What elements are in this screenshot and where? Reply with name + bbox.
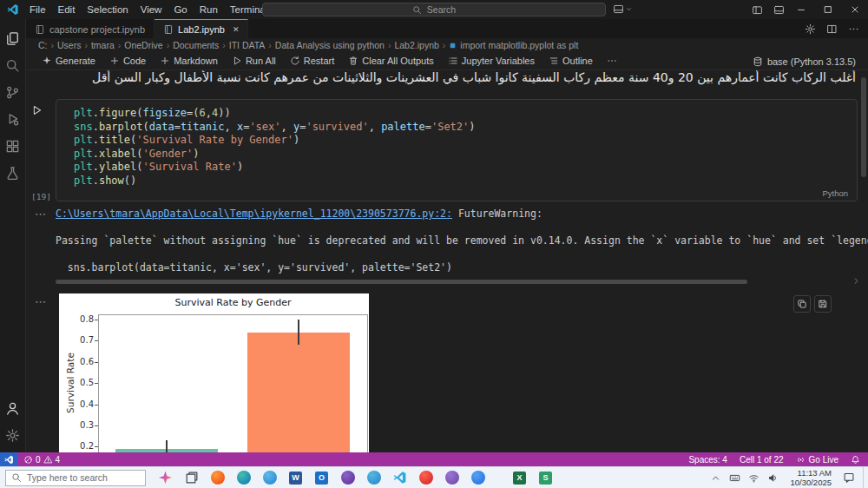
- wifi-icon[interactable]: [748, 472, 760, 484]
- toolbar-restart[interactable]: Restart: [283, 52, 341, 69]
- extensions-icon[interactable]: [0, 133, 26, 160]
- breadcrumb-item[interactable]: OneDrive: [124, 40, 162, 50]
- copilot-taskbar-button[interactable]: [158, 471, 173, 485]
- settings-icon[interactable]: [0, 422, 26, 449]
- cell-output-more-actions[interactable]: ⋯: [35, 208, 47, 221]
- kernel-label: base (Python 3.13.5): [767, 56, 856, 67]
- toolbar-jupyter-variables[interactable]: Jupyter Variables: [441, 52, 542, 69]
- minimize-button[interactable]: [787, 0, 814, 19]
- toolbar-more[interactable]: [600, 52, 624, 69]
- skype-taskbar-button[interactable]: [262, 471, 277, 485]
- scroll-right-icon[interactable]: [852, 276, 861, 286]
- menu-selection[interactable]: Selection: [81, 4, 134, 15]
- outlook-taskbar-button[interactable]: O: [314, 471, 329, 485]
- telegram-taskbar-button[interactable]: [366, 471, 381, 485]
- hidden-icons-icon[interactable]: [710, 472, 721, 484]
- menu-view[interactable]: View: [135, 4, 168, 15]
- restart-icon: [290, 56, 300, 66]
- close-button[interactable]: [841, 0, 868, 19]
- notebook-icon: [35, 24, 45, 35]
- menu-run[interactable]: Run: [194, 4, 224, 15]
- menu-edit[interactable]: Edit: [52, 4, 82, 15]
- source-control-icon[interactable]: [0, 79, 26, 106]
- tab-lab2-ipynb[interactable]: Lab2.ipynb✕: [155, 19, 248, 38]
- explorer-icon[interactable]: [0, 25, 26, 52]
- maximize-button[interactable]: [814, 0, 841, 19]
- viber-taskbar-button[interactable]: [444, 471, 459, 485]
- close-tab-icon[interactable]: ✕: [233, 25, 240, 34]
- action-center-icon[interactable]: [843, 472, 855, 484]
- menu-go[interactable]: Go: [168, 4, 193, 15]
- sharepoint-taskbar-button[interactable]: S: [538, 471, 553, 485]
- editor-vertical-scrollbar[interactable]: [861, 77, 866, 177]
- kernel-picker[interactable]: base (Python 3.13.5): [753, 52, 856, 70]
- visual-studio-taskbar-button[interactable]: [340, 471, 355, 485]
- go-live-button[interactable]: Go Live: [796, 455, 838, 465]
- more-icon: [607, 56, 617, 66]
- tab-capstone-project-ipynb[interactable]: capstone project.ipynb: [26, 19, 155, 38]
- taskbar-clock[interactable]: 11:13 AM 10/30/2025: [786, 468, 835, 487]
- y-tick-mark: [95, 320, 98, 320]
- indentation-indicator[interactable]: Spaces: 4: [688, 455, 727, 465]
- messenger-taskbar-button[interactable]: [470, 471, 485, 485]
- breadcrumb-item[interactable]: C:: [38, 40, 48, 50]
- remote-indicator[interactable]: [0, 452, 17, 466]
- chart-output-more-actions[interactable]: ⋯: [35, 295, 47, 308]
- account-icon[interactable]: [0, 395, 26, 422]
- settings-gear-icon[interactable]: [805, 23, 816, 35]
- edge-taskbar-button[interactable]: [236, 471, 251, 485]
- run-cell-button[interactable]: [30, 104, 43, 116]
- word-taskbar-button[interactable]: W: [288, 471, 303, 485]
- code-cell[interactable]: plt.figure(figsize=(6,4))sns.barplot(dat…: [56, 99, 858, 201]
- toggle-sidebar-icon[interactable]: [752, 4, 763, 16]
- split-editor-icon[interactable]: [826, 23, 838, 35]
- tabs: capstone project.ipynbLab2.ipynb✕: [26, 19, 248, 38]
- toolbar-label: Outline: [562, 56, 593, 66]
- command-center-search[interactable]: Search: [262, 3, 606, 16]
- play-icon: [232, 56, 242, 66]
- search-icon[interactable]: [0, 52, 26, 79]
- opera-taskbar-button[interactable]: [418, 471, 433, 485]
- show-desktop-button[interactable]: [863, 467, 866, 488]
- task-view-taskbar-button[interactable]: [184, 471, 199, 485]
- run-debug-icon[interactable]: [0, 106, 26, 133]
- breadcrumb-item[interactable]: Documents: [173, 40, 219, 50]
- firefox-taskbar-button[interactable]: [210, 471, 225, 485]
- taskbar-search[interactable]: Type here to search: [5, 470, 146, 486]
- notebook-icon: [163, 24, 174, 35]
- copy-output-button[interactable]: [793, 295, 811, 313]
- code-editor[interactable]: plt.figure(figsize=(6,4))sns.barplot(dat…: [74, 107, 476, 188]
- warning-count: 4: [56, 455, 61, 465]
- notebook-editor: أغلب الركاب كانت أعمارهم بين 20 و40 سنة …: [26, 70, 868, 452]
- cell-indicator[interactable]: Cell 1 of 22: [740, 455, 784, 465]
- messenger-icon: [471, 471, 485, 485]
- vscode-taskbar-button[interactable]: [392, 471, 407, 485]
- speaker-icon[interactable]: [767, 472, 779, 484]
- output-horizontal-scrollbar[interactable]: [56, 280, 747, 284]
- toolbar-outline[interactable]: Outline: [542, 52, 600, 69]
- trash-icon: [348, 56, 358, 66]
- y-tick-label: 0.2: [71, 441, 94, 451]
- keyboard-icon[interactable]: [729, 472, 740, 484]
- toolbar-markdown[interactable]: Markdown: [153, 52, 225, 69]
- problems-indicator[interactable]: 0 4: [17, 455, 60, 465]
- breadcrumb-item[interactable]: tmara: [91, 40, 115, 50]
- toolbar-generate[interactable]: Generate: [35, 52, 102, 69]
- excel-taskbar-button[interactable]: X: [512, 471, 527, 485]
- save-output-button[interactable]: [814, 295, 832, 313]
- menu-file[interactable]: File: [23, 4, 52, 15]
- breadcrumb-item[interactable]: Lab2.ipynb: [394, 40, 438, 50]
- toolbar-clear-all-outputs[interactable]: Clear All Outputs: [341, 52, 441, 69]
- toggle-panel-icon[interactable]: [773, 4, 785, 16]
- testing-icon[interactable]: [0, 160, 26, 187]
- traceback-link[interactable]: C:\Users\tmara\AppData\Local\Temp\ipyker…: [56, 208, 452, 220]
- notifications-bell-icon[interactable]: [851, 455, 860, 465]
- breadcrumb-item[interactable]: Data Analysis using python: [275, 40, 385, 50]
- breadcrumb-item[interactable]: ITI DATA: [229, 40, 266, 50]
- toolbar-run-all[interactable]: Run All: [225, 52, 283, 69]
- customize-layout-button[interactable]: [613, 3, 633, 15]
- breadcrumb-symbol[interactable]: import matplotlib.pyplot as plt: [449, 40, 578, 50]
- toolbar-code[interactable]: Code: [102, 52, 153, 69]
- breadcrumb-item[interactable]: Users: [57, 40, 81, 50]
- more-actions-icon[interactable]: [848, 23, 859, 35]
